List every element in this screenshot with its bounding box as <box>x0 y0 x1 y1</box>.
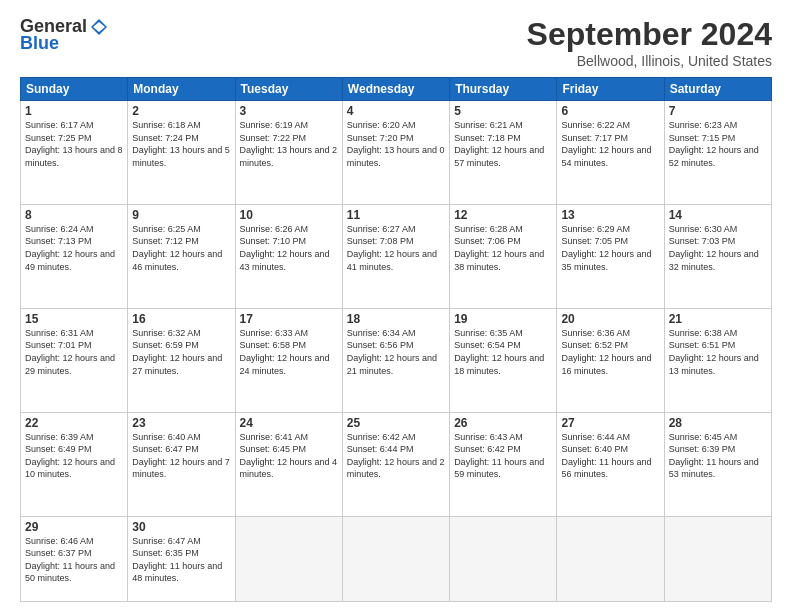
day-number: 18 <box>347 312 445 326</box>
table-row: 8 Sunrise: 6:24 AMSunset: 7:13 PMDayligh… <box>21 204 128 308</box>
day-number: 9 <box>132 208 230 222</box>
logo-icon <box>89 17 109 37</box>
col-tuesday: Tuesday <box>235 78 342 101</box>
day-info: Sunrise: 6:32 AMSunset: 6:59 PMDaylight:… <box>132 328 222 376</box>
day-number: 20 <box>561 312 659 326</box>
col-wednesday: Wednesday <box>342 78 449 101</box>
day-info: Sunrise: 6:39 AMSunset: 6:49 PMDaylight:… <box>25 432 115 480</box>
table-row: 17 Sunrise: 6:33 AMSunset: 6:58 PMDaylig… <box>235 308 342 412</box>
table-row <box>557 516 664 602</box>
day-info: Sunrise: 6:23 AMSunset: 7:15 PMDaylight:… <box>669 120 759 168</box>
table-row: 30 Sunrise: 6:47 AMSunset: 6:35 PMDaylig… <box>128 516 235 602</box>
day-number: 7 <box>669 104 767 118</box>
day-info: Sunrise: 6:47 AMSunset: 6:35 PMDaylight:… <box>132 536 222 584</box>
day-number: 10 <box>240 208 338 222</box>
day-info: Sunrise: 6:27 AMSunset: 7:08 PMDaylight:… <box>347 224 437 272</box>
table-row <box>664 516 771 602</box>
day-number: 6 <box>561 104 659 118</box>
table-row: 24 Sunrise: 6:41 AMSunset: 6:45 PMDaylig… <box>235 412 342 516</box>
logo: General Blue <box>20 16 109 54</box>
day-info: Sunrise: 6:31 AMSunset: 7:01 PMDaylight:… <box>25 328 115 376</box>
day-info: Sunrise: 6:34 AMSunset: 6:56 PMDaylight:… <box>347 328 437 376</box>
day-number: 23 <box>132 416 230 430</box>
title-block: September 2024 Bellwood, Illinois, Unite… <box>527 16 772 69</box>
day-info: Sunrise: 6:17 AMSunset: 7:25 PMDaylight:… <box>25 120 123 168</box>
day-number: 13 <box>561 208 659 222</box>
day-info: Sunrise: 6:29 AMSunset: 7:05 PMDaylight:… <box>561 224 651 272</box>
day-number: 21 <box>669 312 767 326</box>
day-info: Sunrise: 6:26 AMSunset: 7:10 PMDaylight:… <box>240 224 330 272</box>
day-info: Sunrise: 6:22 AMSunset: 7:17 PMDaylight:… <box>561 120 651 168</box>
col-thursday: Thursday <box>450 78 557 101</box>
table-row: 15 Sunrise: 6:31 AMSunset: 7:01 PMDaylig… <box>21 308 128 412</box>
day-number: 24 <box>240 416 338 430</box>
col-saturday: Saturday <box>664 78 771 101</box>
calendar-table: Sunday Monday Tuesday Wednesday Thursday… <box>20 77 772 602</box>
col-friday: Friday <box>557 78 664 101</box>
table-row: 16 Sunrise: 6:32 AMSunset: 6:59 PMDaylig… <box>128 308 235 412</box>
day-info: Sunrise: 6:46 AMSunset: 6:37 PMDaylight:… <box>25 536 115 584</box>
day-number: 3 <box>240 104 338 118</box>
day-number: 17 <box>240 312 338 326</box>
day-info: Sunrise: 6:33 AMSunset: 6:58 PMDaylight:… <box>240 328 330 376</box>
day-info: Sunrise: 6:38 AMSunset: 6:51 PMDaylight:… <box>669 328 759 376</box>
day-number: 22 <box>25 416 123 430</box>
day-number: 29 <box>25 520 123 534</box>
table-row: 2 Sunrise: 6:18 AMSunset: 7:24 PMDayligh… <box>128 101 235 205</box>
day-info: Sunrise: 6:30 AMSunset: 7:03 PMDaylight:… <box>669 224 759 272</box>
day-number: 26 <box>454 416 552 430</box>
table-row: 14 Sunrise: 6:30 AMSunset: 7:03 PMDaylig… <box>664 204 771 308</box>
table-row: 28 Sunrise: 6:45 AMSunset: 6:39 PMDaylig… <box>664 412 771 516</box>
day-info: Sunrise: 6:24 AMSunset: 7:13 PMDaylight:… <box>25 224 115 272</box>
logo-blue-text: Blue <box>20 33 59 54</box>
table-row: 12 Sunrise: 6:28 AMSunset: 7:06 PMDaylig… <box>450 204 557 308</box>
day-info: Sunrise: 6:44 AMSunset: 6:40 PMDaylight:… <box>561 432 651 480</box>
table-row: 4 Sunrise: 6:20 AMSunset: 7:20 PMDayligh… <box>342 101 449 205</box>
table-row: 10 Sunrise: 6:26 AMSunset: 7:10 PMDaylig… <box>235 204 342 308</box>
day-info: Sunrise: 6:42 AMSunset: 6:44 PMDaylight:… <box>347 432 445 480</box>
location: Bellwood, Illinois, United States <box>527 53 772 69</box>
table-row: 22 Sunrise: 6:39 AMSunset: 6:49 PMDaylig… <box>21 412 128 516</box>
col-monday: Monday <box>128 78 235 101</box>
day-number: 1 <box>25 104 123 118</box>
day-info: Sunrise: 6:35 AMSunset: 6:54 PMDaylight:… <box>454 328 544 376</box>
day-info: Sunrise: 6:36 AMSunset: 6:52 PMDaylight:… <box>561 328 651 376</box>
table-row: 3 Sunrise: 6:19 AMSunset: 7:22 PMDayligh… <box>235 101 342 205</box>
day-info: Sunrise: 6:45 AMSunset: 6:39 PMDaylight:… <box>669 432 759 480</box>
day-number: 28 <box>669 416 767 430</box>
day-info: Sunrise: 6:28 AMSunset: 7:06 PMDaylight:… <box>454 224 544 272</box>
day-number: 27 <box>561 416 659 430</box>
table-row: 18 Sunrise: 6:34 AMSunset: 6:56 PMDaylig… <box>342 308 449 412</box>
day-number: 16 <box>132 312 230 326</box>
table-row: 27 Sunrise: 6:44 AMSunset: 6:40 PMDaylig… <box>557 412 664 516</box>
day-number: 2 <box>132 104 230 118</box>
table-row: 25 Sunrise: 6:42 AMSunset: 6:44 PMDaylig… <box>342 412 449 516</box>
day-info: Sunrise: 6:21 AMSunset: 7:18 PMDaylight:… <box>454 120 544 168</box>
day-info: Sunrise: 6:20 AMSunset: 7:20 PMDaylight:… <box>347 120 445 168</box>
day-number: 15 <box>25 312 123 326</box>
day-info: Sunrise: 6:25 AMSunset: 7:12 PMDaylight:… <box>132 224 222 272</box>
day-info: Sunrise: 6:40 AMSunset: 6:47 PMDaylight:… <box>132 432 230 480</box>
table-row: 5 Sunrise: 6:21 AMSunset: 7:18 PMDayligh… <box>450 101 557 205</box>
table-row: 6 Sunrise: 6:22 AMSunset: 7:17 PMDayligh… <box>557 101 664 205</box>
month-title: September 2024 <box>527 16 772 53</box>
day-number: 14 <box>669 208 767 222</box>
calendar-header-row: Sunday Monday Tuesday Wednesday Thursday… <box>21 78 772 101</box>
table-row: 9 Sunrise: 6:25 AMSunset: 7:12 PMDayligh… <box>128 204 235 308</box>
table-row: 21 Sunrise: 6:38 AMSunset: 6:51 PMDaylig… <box>664 308 771 412</box>
table-row: 1 Sunrise: 6:17 AMSunset: 7:25 PMDayligh… <box>21 101 128 205</box>
table-row: 7 Sunrise: 6:23 AMSunset: 7:15 PMDayligh… <box>664 101 771 205</box>
table-row <box>450 516 557 602</box>
table-row: 26 Sunrise: 6:43 AMSunset: 6:42 PMDaylig… <box>450 412 557 516</box>
day-number: 25 <box>347 416 445 430</box>
table-row: 11 Sunrise: 6:27 AMSunset: 7:08 PMDaylig… <box>342 204 449 308</box>
header: General Blue September 2024 Bellwood, Il… <box>20 16 772 69</box>
table-row: 23 Sunrise: 6:40 AMSunset: 6:47 PMDaylig… <box>128 412 235 516</box>
table-row: 20 Sunrise: 6:36 AMSunset: 6:52 PMDaylig… <box>557 308 664 412</box>
page: General Blue September 2024 Bellwood, Il… <box>0 0 792 612</box>
day-info: Sunrise: 6:41 AMSunset: 6:45 PMDaylight:… <box>240 432 338 480</box>
col-sunday: Sunday <box>21 78 128 101</box>
table-row <box>235 516 342 602</box>
day-info: Sunrise: 6:43 AMSunset: 6:42 PMDaylight:… <box>454 432 544 480</box>
day-number: 19 <box>454 312 552 326</box>
